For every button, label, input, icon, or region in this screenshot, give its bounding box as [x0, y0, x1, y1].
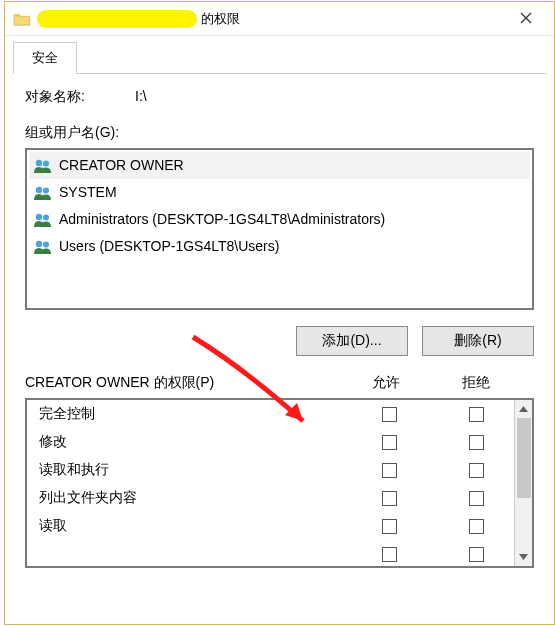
scroll-thumb[interactable]: [517, 418, 531, 498]
permission-row: 读取和执行: [27, 456, 514, 484]
list-item[interactable]: CREATOR OWNER: [29, 152, 530, 179]
scroll-down-icon[interactable]: [515, 548, 532, 566]
list-item-label: Users (DESKTOP-1GS4LT8\Users): [59, 235, 279, 258]
svg-point-6: [36, 240, 42, 246]
svg-point-0: [36, 159, 42, 165]
permission-row: [27, 540, 514, 566]
scroll-track[interactable]: [515, 418, 532, 548]
users-icon: [33, 239, 53, 255]
allow-checkbox[interactable]: [382, 519, 397, 534]
permissions-box: 完全控制修改读取和执行列出文件夹内容读取: [25, 398, 534, 568]
deny-checkbox[interactable]: [469, 463, 484, 478]
users-icon: [33, 212, 53, 228]
list-item[interactable]: Users (DESKTOP-1GS4LT8\Users): [29, 233, 530, 260]
permissions-list[interactable]: 完全控制修改读取和执行列出文件夹内容读取: [27, 400, 514, 566]
title-bar: 的权限: [5, 2, 554, 36]
permissions-scrollbar[interactable]: [514, 400, 532, 566]
permissions-header-label: CREATOR OWNER 的权限(P): [25, 374, 336, 392]
tabs-row: 安全: [5, 36, 554, 74]
permission-label: 完全控制: [39, 405, 339, 423]
deny-checkbox[interactable]: [469, 407, 484, 422]
folder-icon: [13, 12, 31, 26]
svg-point-1: [43, 160, 49, 166]
permission-label: 列出文件夹内容: [39, 489, 339, 507]
svg-point-4: [36, 213, 42, 219]
close-button[interactable]: [506, 5, 546, 33]
tab-security[interactable]: 安全: [13, 42, 77, 74]
deny-checkbox[interactable]: [469, 491, 484, 506]
permission-row: 修改: [27, 428, 514, 456]
deny-checkbox[interactable]: [469, 547, 484, 562]
list-item-label: Administrators (DESKTOP-1GS4LT8\Administ…: [59, 208, 385, 231]
group-users-label: 组或用户名(G):: [25, 124, 534, 142]
permissions-dialog: 的权限 安全 对象名称: I:\ 组或用户名(G): CREATOR OWNER…: [4, 1, 555, 625]
group-users-listbox[interactable]: CREATOR OWNERSYSTEMAdministrators (DESKT…: [25, 148, 534, 310]
allow-checkbox[interactable]: [382, 435, 397, 450]
allow-checkbox[interactable]: [382, 463, 397, 478]
allow-checkbox[interactable]: [382, 547, 397, 562]
remove-button[interactable]: 删除(R): [422, 326, 534, 356]
deny-checkbox[interactable]: [469, 435, 484, 450]
add-button[interactable]: 添加(D)...: [296, 326, 408, 356]
permission-row: 列出文件夹内容: [27, 484, 514, 512]
title-redaction: [37, 10, 197, 28]
title-text: 的权限: [201, 10, 240, 28]
svg-point-5: [43, 214, 49, 220]
users-icon: [33, 158, 53, 174]
list-item-label: CREATOR OWNER: [59, 154, 184, 177]
permission-row: 完全控制: [27, 400, 514, 428]
permission-row: 读取: [27, 512, 514, 540]
permission-label: 读取: [39, 517, 339, 535]
list-item-label: SYSTEM: [59, 181, 117, 204]
svg-point-3: [43, 187, 49, 193]
deny-checkbox[interactable]: [469, 519, 484, 534]
list-item[interactable]: SYSTEM: [29, 179, 530, 206]
users-icon: [33, 185, 53, 201]
permission-label: 读取和执行: [39, 461, 339, 479]
column-allow-label: 允许: [336, 374, 436, 392]
object-name-label: 对象名称:: [25, 88, 135, 106]
object-name-value: I:\: [135, 88, 147, 106]
scroll-up-icon[interactable]: [515, 400, 532, 418]
security-panel: 对象名称: I:\ 组或用户名(G): CREATOR OWNERSYSTEMA…: [5, 74, 554, 624]
column-deny-label: 拒绝: [436, 374, 516, 392]
svg-point-7: [43, 241, 49, 247]
close-icon: [520, 11, 532, 27]
allow-checkbox[interactable]: [382, 407, 397, 422]
allow-checkbox[interactable]: [382, 491, 397, 506]
list-item[interactable]: Administrators (DESKTOP-1GS4LT8\Administ…: [29, 206, 530, 233]
permission-label: 修改: [39, 433, 339, 451]
svg-point-2: [36, 186, 42, 192]
